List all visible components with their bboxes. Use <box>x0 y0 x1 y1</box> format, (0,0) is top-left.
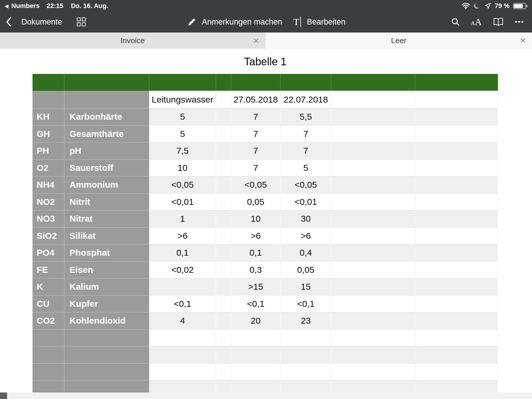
cell-NO3-date2[interactable]: 30 <box>280 210 331 228</box>
empty-cell[interactable] <box>415 380 498 392</box>
documents-back-button[interactable]: Dokumente <box>6 17 62 27</box>
row-name-K[interactable]: Kalium <box>64 278 149 296</box>
col-header-date-2[interactable]: 22.07.2018 <box>280 91 331 108</box>
row-name-FE[interactable]: Eisen <box>64 262 149 279</box>
cell-K-date1[interactable]: >15 <box>231 278 280 296</box>
empty-row-name[interactable] <box>64 364 149 381</box>
row-name-O2[interactable]: Sauerstoff <box>64 160 149 177</box>
empty-cell[interactable] <box>280 380 331 392</box>
empty-cell[interactable] <box>280 330 331 347</box>
row-code-NO2[interactable]: NO2 <box>33 194 64 211</box>
cell-PO4-date2[interactable]: 0,4 <box>280 244 331 262</box>
cell-KH-blank1[interactable] <box>331 108 415 126</box>
cell-CO2-date1[interactable]: 20 <box>231 312 280 330</box>
empty-cell[interactable] <box>231 380 280 392</box>
row-name-CU[interactable]: Kupfer <box>64 296 149 313</box>
cell-O2-date2[interactable]: 5 <box>280 160 331 177</box>
empty-cell[interactable] <box>331 346 415 364</box>
cell-FE-date1[interactable]: 0,3 <box>231 262 280 279</box>
empty-row-code[interactable] <box>33 380 64 392</box>
empty-cell[interactable] <box>149 346 216 364</box>
empty-cell[interactable] <box>216 380 231 392</box>
cell-FE-leitungswasser[interactable]: <0,02 <box>149 262 216 279</box>
cell-GH-date1[interactable]: 7 <box>231 126 280 143</box>
cell-KH-blank2[interactable] <box>415 108 498 126</box>
empty-cell[interactable] <box>216 330 231 347</box>
cell-KH-date2[interactable]: 5,5 <box>280 108 331 126</box>
empty-row-name[interactable] <box>64 346 149 364</box>
cell-NH4-blank1[interactable] <box>331 176 415 194</box>
empty-cell[interactable] <box>149 330 216 347</box>
empty-cell[interactable] <box>331 330 415 347</box>
cell-K-blank2[interactable] <box>415 278 498 296</box>
scrollbar-thumb[interactable] <box>0 392 7 399</box>
cell-FE-blank2[interactable] <box>415 262 498 279</box>
cell-NH4-leitungswasser[interactable]: <0,05 <box>149 176 216 194</box>
cell-PH-leitungswasser[interactable]: 7,5 <box>149 142 216 160</box>
status-back-to-app[interactable]: ◀ Numbers 22:15 Do. 16. Aug. <box>5 2 108 10</box>
cell-CU-date2[interactable]: <0,1 <box>280 296 331 313</box>
cell-K-blank1[interactable] <box>331 278 415 296</box>
table-title[interactable]: Tabelle 1 <box>33 56 498 68</box>
row-code-K[interactable]: K <box>33 278 64 296</box>
col-header-gap[interactable] <box>216 91 231 108</box>
empty-cell[interactable] <box>331 380 415 392</box>
row-name-NO2[interactable]: Nitrit <box>64 194 149 211</box>
cell-CU-gap[interactable] <box>216 296 231 313</box>
text-size-button[interactable]: A A <box>471 17 482 27</box>
row-code-NO3[interactable]: NO3 <box>33 210 64 228</box>
cell-FE-date2[interactable]: 0,05 <box>280 262 331 279</box>
cell-O2-blank1[interactable] <box>331 160 415 177</box>
cell-PH-blank1[interactable] <box>331 142 415 160</box>
cell-CU-blank2[interactable] <box>415 296 498 313</box>
col-header-leitungswasser[interactable]: Leitungswasser <box>149 91 216 108</box>
col-header-blank[interactable] <box>415 91 498 108</box>
tab-leer-close-icon[interactable]: ✕ <box>520 36 526 45</box>
cell-GH-gap[interactable] <box>216 126 231 143</box>
cell-CO2-blank1[interactable] <box>331 312 415 330</box>
cell-NO2-gap[interactable] <box>216 194 231 211</box>
cell-GH-date2[interactable]: 7 <box>280 126 331 143</box>
row-name-CO2[interactable]: Kohlendioxid <box>64 312 149 330</box>
cell-NH4-date2[interactable]: <0,05 <box>280 176 331 194</box>
cell-CU-date1[interactable]: <0,1 <box>231 296 280 313</box>
empty-cell[interactable] <box>149 364 216 381</box>
empty-row-code[interactable] <box>33 346 64 364</box>
row-code-PH[interactable]: PH <box>33 142 64 160</box>
cell-O2-gap[interactable] <box>216 160 231 177</box>
cell-NO2-blank2[interactable] <box>415 194 498 211</box>
row-code-PO4[interactable]: PO4 <box>33 244 64 262</box>
empty-cell[interactable] <box>216 364 231 381</box>
green-header-cell[interactable] <box>216 74 231 91</box>
empty-cell[interactable] <box>415 364 498 381</box>
tab-invoice[interactable]: Invoice ✕ <box>0 33 265 49</box>
cell-PH-gap[interactable] <box>216 142 231 160</box>
cell-PO4-gap[interactable] <box>216 244 231 262</box>
green-header-cell[interactable] <box>231 74 280 91</box>
cell-NO3-gap[interactable] <box>216 210 231 228</box>
empty-cell[interactable] <box>415 330 498 347</box>
row-code-O2[interactable]: O2 <box>33 160 64 177</box>
cell-SiO2-gap[interactable] <box>216 228 231 245</box>
cell-SiO2-leitungswasser[interactable]: >6 <box>149 228 216 245</box>
empty-cell[interactable] <box>231 346 280 364</box>
cell-CU-blank1[interactable] <box>331 296 415 313</box>
cell-K-leitungswasser[interactable] <box>149 278 216 296</box>
cell-NO3-blank1[interactable] <box>331 210 415 228</box>
cell-PH-date1[interactable]: 7 <box>231 142 280 160</box>
row-code-SiO2[interactable]: SiO2 <box>33 228 64 245</box>
cell-NO3-blank2[interactable] <box>415 210 498 228</box>
empty-cell[interactable] <box>231 364 280 381</box>
row-code-NH4[interactable]: NH4 <box>33 176 64 194</box>
row-name-GH[interactable]: Gesamthärte <box>64 126 149 143</box>
cell-SiO2-blank1[interactable] <box>331 228 415 245</box>
cell-PO4-leitungswasser[interactable]: 0,1 <box>149 244 216 262</box>
cell-NH4-date1[interactable]: <0,05 <box>231 176 280 194</box>
row-name-NO3[interactable]: Nitrat <box>64 210 149 228</box>
empty-row-code[interactable] <box>33 364 64 381</box>
cell-GH-leitungswasser[interactable]: 5 <box>149 126 216 143</box>
row-code-FE[interactable]: FE <box>33 262 64 279</box>
cell-PO4-blank2[interactable] <box>415 244 498 262</box>
cell-NH4-blank2[interactable] <box>415 176 498 194</box>
row-code-CU[interactable]: CU <box>33 296 64 313</box>
